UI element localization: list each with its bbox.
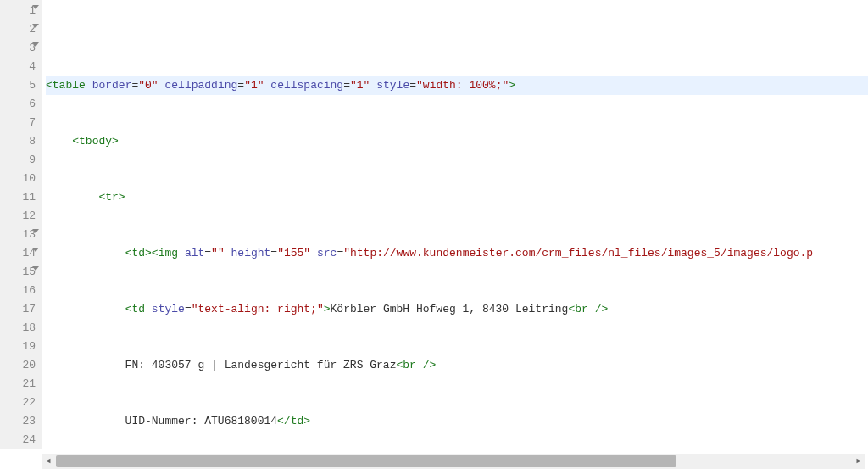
line-number: 4 — [0, 58, 36, 76]
line-number: 7 — [0, 114, 36, 132]
line-number: 19 — [0, 338, 36, 356]
line-number: 20 — [0, 356, 36, 375]
line-number: 16 — [0, 282, 36, 300]
line-number: 5 — [0, 76, 36, 95]
line-number: 1 — [0, 2, 36, 20]
line-number: 13 — [0, 226, 36, 244]
code-line[interactable]: FN: 403057 g | Landesgericht für ZRS Gra… — [46, 356, 868, 375]
line-number: 12 — [0, 207, 36, 226]
code-line[interactable]: <table border="0" cellpadding="1" cellsp… — [46, 76, 868, 95]
line-number: 17 — [0, 300, 36, 319]
scrollbar-track[interactable] — [56, 455, 851, 467]
line-number: 14 — [0, 244, 36, 263]
line-number: 2 — [0, 20, 36, 39]
fold-toggle-icon[interactable] — [32, 229, 39, 233]
fold-toggle-icon[interactable] — [32, 24, 39, 28]
line-number: 18 — [0, 319, 36, 338]
fold-toggle-icon[interactable] — [32, 42, 39, 47]
line-number: 3 — [0, 39, 36, 58]
line-number: 23 — [0, 412, 36, 431]
scroll-right-icon[interactable]: ► — [853, 455, 865, 467]
print-margin-ruler — [581, 0, 581, 449]
line-number: 11 — [0, 188, 36, 207]
code-text-area[interactable]: <table border="0" cellpadding="1" cellsp… — [42, 0, 868, 449]
code-line[interactable]: <td style="text-align: right;">Körbler G… — [46, 300, 868, 319]
line-number: 9 — [0, 151, 36, 170]
line-number: 6 — [0, 95, 36, 114]
line-number: 24 — [0, 431, 36, 449]
fold-toggle-icon[interactable] — [32, 5, 39, 9]
code-line[interactable]: <tr> — [46, 188, 868, 207]
code-editor[interactable]: 123456789101112131415161718192021222324 … — [0, 0, 868, 449]
line-number: 15 — [0, 263, 36, 282]
fold-toggle-icon[interactable] — [32, 248, 39, 252]
code-line[interactable]: <tbody> — [46, 132, 868, 151]
line-number-gutter: 123456789101112131415161718192021222324 — [0, 0, 42, 449]
scroll-left-icon[interactable]: ◄ — [42, 455, 54, 467]
horizontal-scrollbar[interactable]: ◄ ► — [42, 454, 865, 469]
code-line[interactable]: UID-Nummer: ATU68180014</td> — [46, 412, 868, 431]
line-number: 8 — [0, 132, 36, 151]
line-number: 10 — [0, 170, 36, 188]
line-number: 22 — [0, 394, 36, 412]
fold-toggle-icon[interactable] — [32, 266, 39, 271]
scrollbar-thumb[interactable] — [56, 455, 676, 467]
line-number: 21 — [0, 375, 36, 394]
code-line[interactable]: <td><img alt="" height="155" src="http:/… — [46, 244, 868, 263]
